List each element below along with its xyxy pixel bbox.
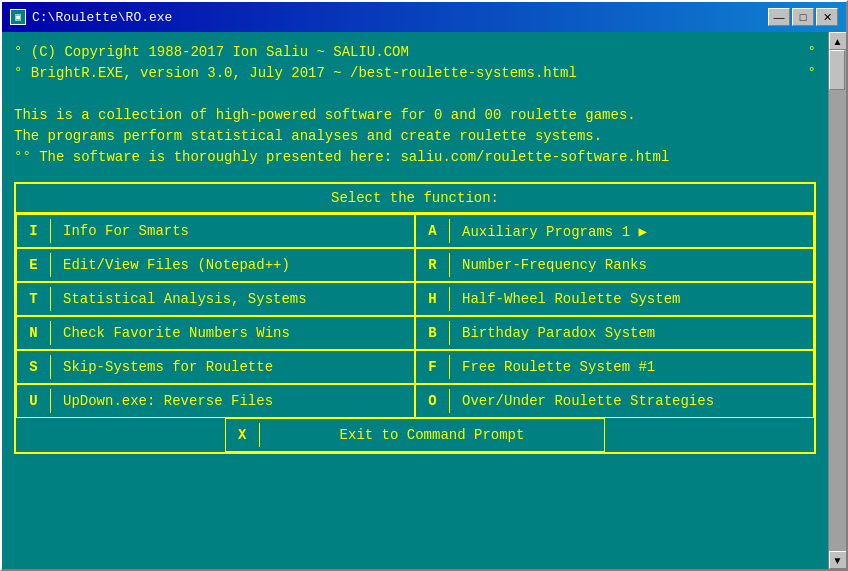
title-bar-left: ▣ C:\Roulette\RO.exe	[10, 9, 172, 25]
menu-label-H: Half-Wheel Roulette System	[450, 287, 692, 311]
copyright-line: ° (C) Copyright 1988-2017 Ion Saliu ~ SA…	[14, 42, 816, 63]
menu-key-T: T	[17, 287, 51, 311]
menu-item-F[interactable]: F Free Roulette System #1	[415, 350, 814, 384]
menu-item-U[interactable]: U UpDown.exe: Reverse Files	[16, 384, 415, 418]
menu-header: Select the function:	[16, 184, 814, 214]
menu-label-T: Statistical Analysis, Systems	[51, 287, 319, 311]
menu-grid: I Info For Smarts A Auxiliary Programs 1…	[16, 214, 814, 418]
menu-key-F: F	[416, 355, 450, 379]
corner-char-1: °	[808, 42, 816, 63]
scroll-thumb[interactable]	[829, 50, 845, 90]
desc-line2: The programs perform statistical analyse…	[14, 126, 816, 147]
title-controls: — □ ✕	[768, 8, 838, 26]
menu-item-I[interactable]: I Info For Smarts	[16, 214, 415, 248]
scrollbar: ▲ ▼	[828, 32, 846, 569]
menu-item-S[interactable]: S Skip-Systems for Roulette	[16, 350, 415, 384]
menu-label-A: Auxiliary Programs 1 ▶	[450, 219, 659, 244]
terminal: ° (C) Copyright 1988-2017 Ion Saliu ~ SA…	[2, 32, 828, 569]
menu-label-B: Birthday Paradox System	[450, 321, 667, 345]
desc-line1: This is a collection of high-powered sof…	[14, 105, 816, 126]
menu-item-H[interactable]: H Half-Wheel Roulette System	[415, 282, 814, 316]
menu-key-R: R	[416, 253, 450, 277]
menu-item-N[interactable]: N Check Favorite Numbers Wins	[16, 316, 415, 350]
exit-key: X	[226, 423, 260, 447]
scroll-down-button[interactable]: ▼	[829, 551, 847, 569]
close-button[interactable]: ✕	[816, 8, 838, 26]
menu-label-O: Over/Under Roulette Strategies	[450, 389, 726, 413]
menu-key-O: O	[416, 389, 450, 413]
menu-item-E[interactable]: E Edit/View Files (Notepad++)	[16, 248, 415, 282]
menu-label-I: Info For Smarts	[51, 219, 201, 243]
minimize-button[interactable]: —	[768, 8, 790, 26]
title-bar: ▣ C:\Roulette\RO.exe — □ ✕	[2, 2, 846, 32]
maximize-button[interactable]: □	[792, 8, 814, 26]
menu-item-A[interactable]: A Auxiliary Programs 1 ▶	[415, 214, 814, 248]
menu-key-N: N	[17, 321, 51, 345]
menu-key-E: E	[17, 253, 51, 277]
menu-item-O[interactable]: O Over/Under Roulette Strategies	[415, 384, 814, 418]
version-line: ° BrightR.EXE, version 3.0, July 2017 ~ …	[14, 63, 816, 84]
menu-key-B: B	[416, 321, 450, 345]
menu-item-B[interactable]: B Birthday Paradox System	[415, 316, 814, 350]
exit-row: X Exit to Command Prompt	[16, 418, 814, 452]
menu-key-I: I	[17, 219, 51, 243]
menu-key-S: S	[17, 355, 51, 379]
corner-char-2: °	[808, 63, 816, 84]
menu-key-H: H	[416, 287, 450, 311]
exit-item[interactable]: X Exit to Command Prompt	[225, 418, 606, 452]
window-title: C:\Roulette\RO.exe	[32, 10, 172, 25]
scroll-up-button[interactable]: ▲	[829, 32, 847, 50]
menu-label-N: Check Favorite Numbers Wins	[51, 321, 302, 345]
menu-key-A: A	[416, 219, 450, 243]
menu-label-R: Number-Frequency Ranks	[450, 253, 659, 277]
content-area: ° (C) Copyright 1988-2017 Ion Saliu ~ SA…	[2, 32, 846, 569]
window-icon: ▣	[10, 9, 26, 25]
menu-item-T[interactable]: T Statistical Analysis, Systems	[16, 282, 415, 316]
menu-item-R[interactable]: R Number-Frequency Ranks	[415, 248, 814, 282]
menu-label-U: UpDown.exe: Reverse Files	[51, 389, 285, 413]
menu-label-F: Free Roulette System #1	[450, 355, 667, 379]
exit-label: Exit to Command Prompt	[260, 423, 605, 447]
copyright-text: ° (C) Copyright 1988-2017 Ion Saliu ~ SA…	[14, 42, 409, 63]
scroll-track[interactable]	[829, 50, 847, 551]
menu-box: Select the function: I Info For Smarts A…	[14, 182, 816, 454]
desc-line3: °° The software is thoroughly presented …	[14, 147, 816, 168]
menu-label-E: Edit/View Files (Notepad++)	[51, 253, 302, 277]
version-text: ° BrightR.EXE, version 3.0, July 2017 ~ …	[14, 63, 577, 84]
menu-key-U: U	[17, 389, 51, 413]
main-window: ▣ C:\Roulette\RO.exe — □ ✕ ° (C) Copyrig…	[0, 0, 848, 571]
menu-label-S: Skip-Systems for Roulette	[51, 355, 285, 379]
blank-line	[14, 84, 816, 105]
